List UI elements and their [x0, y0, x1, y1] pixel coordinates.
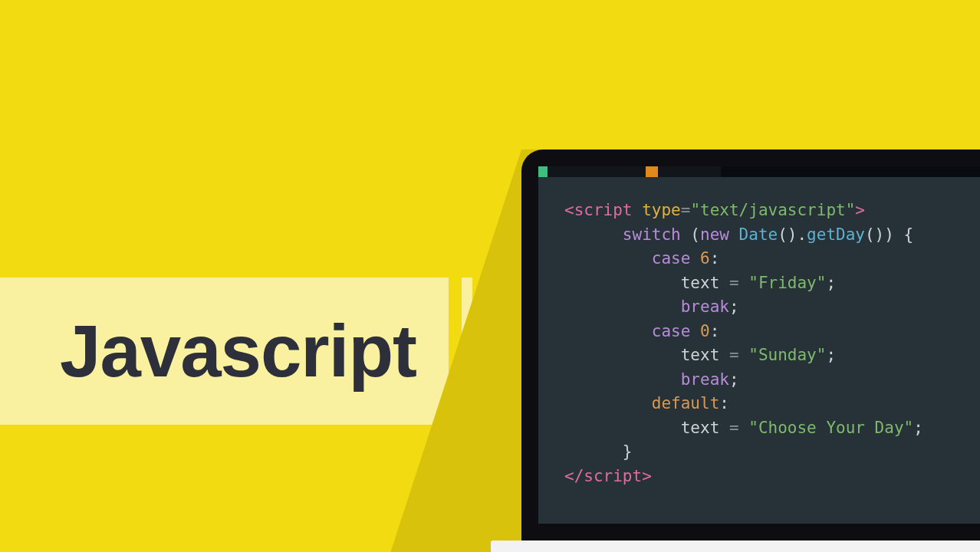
code-num-6: 6: [690, 249, 709, 268]
laptop-illustration: <script type="text/javascript"> switch (…: [521, 150, 980, 552]
tab-indicator-dark: [721, 166, 980, 177]
code-colon: :: [710, 322, 720, 340]
code-switch: switch: [623, 225, 681, 244]
code-brace-open: ()) {: [865, 225, 913, 244]
tab-indicator-green: [538, 166, 548, 177]
editor-tab-bar: [538, 166, 980, 177]
code-num-0: 0: [690, 322, 709, 340]
title-text: Javascript: [60, 309, 416, 393]
code-assign: =: [729, 419, 748, 437]
code-text-var: text: [681, 274, 729, 292]
code-assign: =: [729, 346, 748, 364]
code-case-0: case: [652, 322, 691, 340]
code-paren: (: [681, 225, 700, 244]
code-text-var: text: [681, 346, 729, 364]
code-getday: getDay: [807, 225, 865, 244]
code-eq: =: [681, 201, 691, 219]
code-semi: ;: [826, 346, 836, 364]
code-new: new: [700, 225, 729, 244]
code-str-sunday: "Sunday": [748, 346, 826, 364]
code-colon: :: [710, 249, 720, 268]
code-text-var: text: [681, 419, 729, 437]
code-semi: ;: [826, 274, 836, 292]
code-case-6: case: [652, 249, 691, 268]
title-band: Javascript: [0, 278, 449, 425]
code-tag-open: <script: [564, 201, 633, 219]
code-colon: :: [719, 394, 729, 412]
code-str-choose: "Choose Your Day": [748, 419, 913, 437]
code-tag-gt: >: [855, 201, 865, 219]
code-str-friday: "Friday": [748, 274, 826, 292]
tab-indicator-orange: [646, 166, 658, 177]
laptop-screen: <script type="text/javascript"> switch (…: [538, 166, 980, 524]
code-semi: ;: [729, 297, 739, 316]
code-default: default: [652, 394, 720, 412]
code-str-type: "text/javascript": [690, 201, 855, 219]
code-date: Date: [729, 225, 778, 244]
code-break: break: [681, 297, 729, 316]
code-block: <script type="text/javascript"> switch (…: [538, 177, 980, 488]
laptop-bezel: <script type="text/javascript"> switch (…: [521, 150, 980, 540]
code-tag-gt: >: [642, 467, 652, 485]
code-semi: ;: [913, 419, 923, 437]
code-break: break: [681, 370, 729, 389]
code-chain: ().: [778, 225, 807, 244]
code-brace-close: }: [623, 442, 633, 461]
code-attr-type: type: [633, 201, 681, 219]
code-assign: =: [729, 274, 748, 292]
code-semi: ;: [729, 370, 739, 389]
laptop-base: [491, 540, 980, 552]
code-tag-close: </script: [564, 467, 642, 485]
